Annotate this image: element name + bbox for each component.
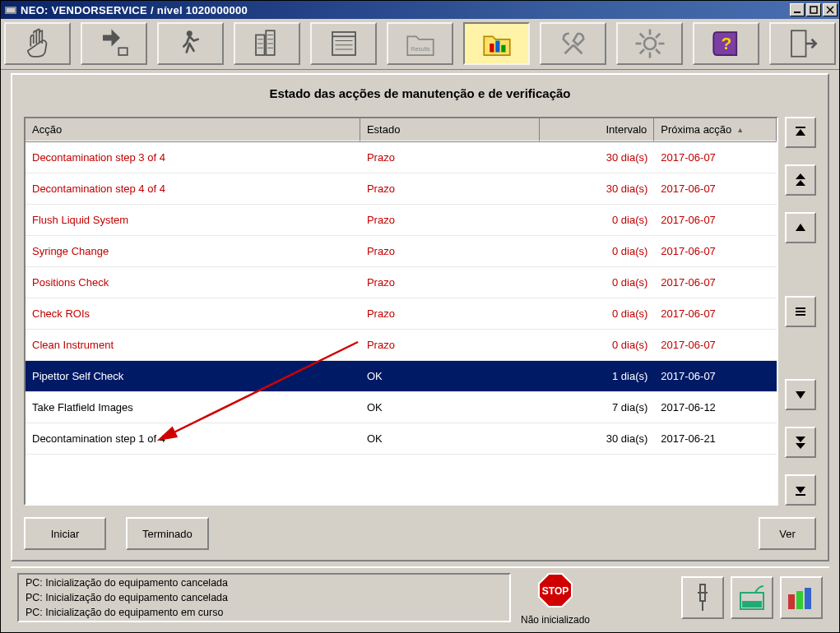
cell-interval: 7 dia(s) [540, 401, 654, 414]
scroll-down-button[interactable] [785, 379, 816, 410]
svg-marker-47 [796, 443, 805, 449]
cell-next: 2017-06-07 [654, 245, 777, 257]
view-button[interactable]: Ver [759, 517, 816, 550]
cell-action: Positions Check [26, 276, 360, 289]
scroll-bottom-button[interactable] [785, 474, 816, 506]
cell-state: OK [360, 401, 540, 414]
cell-next: 2017-06-07 [654, 151, 777, 164]
table-row[interactable]: Decontamination step 4 of 4Prazo30 dia(s… [26, 173, 777, 205]
toolbar-btn-in-out[interactable] [81, 22, 147, 65]
scroll-page-down-button[interactable] [785, 427, 816, 458]
app-icon [4, 3, 17, 16]
close-button[interactable] [823, 3, 838, 16]
cell-state: Prazo [360, 214, 540, 226]
cell-action: Decontamination step 1 of 4 [26, 432, 360, 445]
svg-rect-24 [495, 41, 499, 53]
table-row[interactable]: Check ROIsPrazo0 dia(s)2017-06-07 [26, 298, 777, 330]
status-line-1: PC: Inicialização do equipamento cancela… [26, 575, 503, 590]
scroll-up-button[interactable] [785, 212, 816, 243]
svg-line-32 [656, 49, 660, 53]
table-area: Acção Estado Intervalo Próxima acção▲ De… [24, 117, 816, 506]
svg-text:Results: Results [411, 46, 430, 52]
toolbar: Results ? [1, 19, 839, 70]
svg-marker-48 [796, 487, 805, 493]
scroll-middle-button[interactable] [785, 296, 816, 327]
stop-icon[interactable]: STOP [536, 571, 575, 612]
cell-action: Flush Liquid System [26, 214, 360, 226]
toolbar-btn-maintenance[interactable] [463, 22, 530, 65]
cell-interval: 30 dia(s) [540, 432, 654, 445]
scroll-top-button[interactable] [785, 117, 816, 148]
col-header-action[interactable]: Acção [26, 118, 360, 141]
toolbar-btn-gear[interactable] [616, 22, 683, 65]
cell-next: 2017-06-07 [654, 183, 777, 195]
cell-interval: 0 dia(s) [540, 339, 654, 351]
status-line-3: PC: Inicialização do equipamento em curs… [26, 605, 503, 620]
table-row[interactable]: Syringe ChangePrazo0 dia(s)2017-06-07 [26, 236, 777, 267]
cell-state: OK [360, 370, 540, 382]
main-panel: Estado das acções de manutenção e de ver… [11, 73, 829, 561]
col-header-interval[interactable]: Intervalo [540, 118, 654, 141]
toolbar-btn-exit[interactable] [769, 22, 836, 65]
table-row[interactable]: Clean InstrumentPrazo0 dia(s)2017-06-07 [26, 330, 777, 361]
svg-rect-3 [810, 7, 817, 13]
scroll-page-up-button[interactable] [785, 164, 816, 196]
cell-state: Prazo [360, 245, 540, 257]
cell-state: Prazo [360, 276, 540, 289]
titlebar: NEO: VENDORSERVICE / nível 1020000000 [1, 1, 839, 19]
status-ico-reagents[interactable] [780, 576, 823, 619]
titlebar-left: NEO: VENDORSERVICE / nível 1020000000 [4, 3, 248, 16]
svg-line-33 [656, 34, 660, 38]
minimize-button[interactable] [790, 3, 805, 16]
cell-action: Clean Instrument [26, 339, 360, 351]
svg-rect-61 [805, 588, 811, 609]
status-log: PC: Inicialização do equipamento cancela… [17, 573, 511, 622]
col-header-next-label: Próxima acção [661, 123, 731, 136]
maximize-button[interactable] [806, 3, 821, 16]
toolbar-btn-folder[interactable]: Results [387, 22, 453, 65]
table-row[interactable]: Pipettor Self CheckOK1 dia(s)2017-06-07 [26, 361, 777, 392]
table-row[interactable]: Flush Liquid SystemPrazo0 dia(s)2017-06-… [26, 205, 777, 236]
svg-text:STOP: STOP [542, 585, 569, 597]
finish-button-label: Terminado [142, 528, 193, 540]
cell-state: Prazo [360, 183, 540, 195]
col-header-interval-label: Intervalo [606, 123, 647, 136]
toolbar-btn-help[interactable]: ? [693, 22, 759, 65]
status-ico-pipettor[interactable] [681, 576, 724, 619]
toolbar-btn-tools[interactable] [540, 22, 606, 65]
svg-marker-45 [796, 391, 805, 399]
grid-body: Decontamination step 3 of 4Prazo30 dia(s… [26, 142, 777, 504]
svg-rect-6 [118, 48, 128, 55]
svg-text:?: ? [721, 34, 731, 53]
start-button-label: Iniciar [51, 528, 80, 540]
toolbar-btn-buildings[interactable] [234, 22, 300, 65]
col-header-state[interactable]: Estado [360, 118, 540, 141]
svg-rect-23 [490, 44, 494, 53]
svg-marker-38 [796, 129, 805, 136]
cell-interval: 0 dia(s) [540, 276, 654, 289]
cell-action: Decontamination step 3 of 4 [26, 151, 360, 164]
status-icons [600, 573, 823, 622]
start-button[interactable]: Iniciar [24, 517, 106, 550]
status-bar: PC: Inicialização do equipamento cancela… [11, 566, 829, 627]
toolbar-btn-run[interactable] [157, 22, 224, 65]
col-header-action-label: Acção [32, 123, 62, 136]
table-row[interactable]: Decontamination step 3 of 4Prazo30 dia(s… [26, 142, 777, 173]
status-ico-fluids[interactable] [731, 576, 773, 619]
cell-action: Syringe Change [26, 245, 360, 257]
table-row[interactable]: Decontamination step 1 of 4OK30 dia(s)20… [26, 423, 777, 455]
cell-next: 2017-06-07 [654, 307, 777, 320]
col-header-next[interactable]: Próxima acção▲ [654, 118, 777, 141]
cell-next: 2017-06-07 [654, 276, 777, 289]
table-row[interactable]: Take Flatfield ImagesOK7 dia(s)2017-06-1… [26, 392, 777, 423]
status-state-label: Não inicializado [521, 614, 590, 626]
svg-rect-60 [796, 591, 803, 609]
scroll-buttons [785, 117, 816, 506]
svg-rect-58 [742, 601, 762, 608]
toolbar-btn-hand[interactable] [4, 22, 71, 65]
svg-rect-59 [788, 594, 795, 609]
finish-button[interactable]: Terminado [126, 517, 209, 550]
toolbar-btn-list[interactable] [310, 22, 377, 65]
status-mid: STOP Não inicializado [521, 573, 590, 622]
table-row[interactable]: Positions CheckPrazo0 dia(s)2017-06-07 [26, 267, 777, 298]
